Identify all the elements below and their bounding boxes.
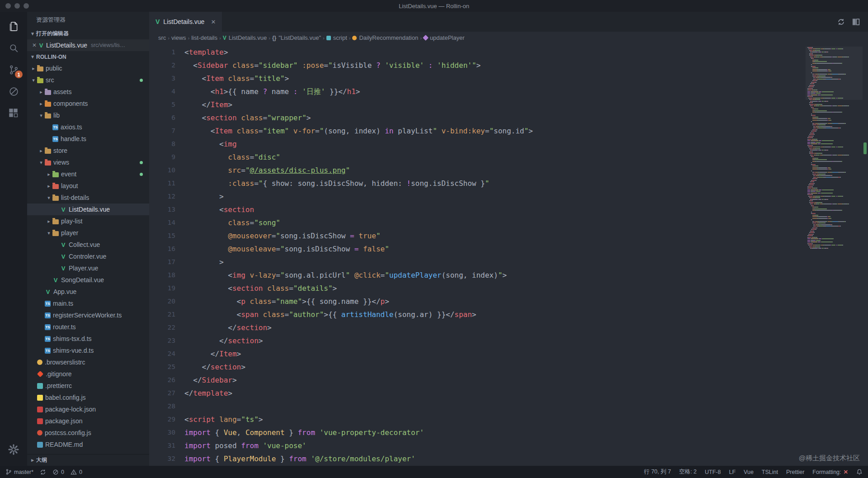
status-formatting[interactable]: Formatting:✕ bbox=[812, 469, 848, 475]
close-icon[interactable]: ✕ bbox=[31, 42, 38, 48]
code-line-31[interactable]: 31import posed from 'vue-pose' bbox=[149, 439, 805, 452]
search-icon[interactable] bbox=[2, 37, 25, 59]
tree-item-lib[interactable]: ▾lib bbox=[27, 109, 149, 121]
breadcrumb-item-2[interactable]: views bbox=[171, 34, 186, 41]
close-icon[interactable]: ✕ bbox=[211, 19, 216, 25]
overview-ruler[interactable] bbox=[862, 44, 868, 466]
tree-item-axios.ts[interactable]: TSaxios.ts bbox=[27, 121, 149, 133]
code-line-26[interactable]: 26 </Sidebar> bbox=[149, 374, 805, 387]
zoom-window-button[interactable] bbox=[24, 3, 29, 9]
tree-item-components[interactable]: ▸components bbox=[27, 98, 149, 109]
explorer-icon[interactable] bbox=[2, 15, 25, 37]
tree-item-README.md[interactable]: README.md bbox=[27, 439, 149, 450]
code-line-16[interactable]: 16 @mouseleave="song.isDiscShow = false" bbox=[149, 242, 805, 256]
code-line-12[interactable]: 12 > bbox=[149, 190, 805, 203]
problems-errors[interactable]: 0 bbox=[52, 469, 64, 475]
tree-item-public[interactable]: ▸public bbox=[27, 62, 149, 74]
status-encoding[interactable]: UTF-8 bbox=[705, 469, 721, 475]
outline-section[interactable]: ▸ 大纲 bbox=[27, 454, 149, 466]
status-tslint[interactable]: TSLint bbox=[762, 469, 778, 475]
code-line-10[interactable]: 10 src="@/assets/disc-plus.png" bbox=[149, 164, 805, 177]
code-line-24[interactable]: 24 </Item> bbox=[149, 347, 805, 360]
minimap[interactable] bbox=[807, 47, 861, 249]
project-root-header[interactable]: ▾ ROLLIN-ON bbox=[27, 51, 149, 62]
tree-item-registerServiceWorker.ts[interactable]: TSregisterServiceWorker.ts bbox=[27, 309, 149, 321]
tree-item-.gitignore[interactable]: .gitignore bbox=[27, 368, 149, 380]
code-line-15[interactable]: 15 @mouseover="song.isDiscShow = true" bbox=[149, 229, 805, 242]
tree-item-store[interactable]: ▸store bbox=[27, 145, 149, 156]
tree-item-list-details[interactable]: ▾list-details bbox=[27, 192, 149, 204]
open-editors-header[interactable]: ▾ 打开的编辑器 bbox=[27, 28, 149, 39]
status-language-mode[interactable]: Vue bbox=[744, 469, 754, 475]
minimize-window-button[interactable] bbox=[14, 3, 20, 9]
tree-item-ListDetails.vue[interactable]: VListDetails.vue bbox=[27, 204, 149, 215]
tree-item-event[interactable]: ▸event bbox=[27, 168, 149, 180]
code-line-19[interactable]: 19 <section class="details"> bbox=[149, 282, 805, 295]
tree-item-Player.vue[interactable]: VPlayer.vue bbox=[27, 262, 149, 274]
tree-item-babel.config.js[interactable]: babel.config.js bbox=[27, 392, 149, 403]
tab-listdetails[interactable]: V ListDetails.vue ✕ bbox=[149, 12, 222, 32]
code-line-14[interactable]: 14 class="song" bbox=[149, 216, 805, 229]
tree-item-handle.ts[interactable]: TShandle.ts bbox=[27, 133, 149, 145]
code-line-4[interactable]: 4 <h1>{{ name ? name : '日推' }}</h1> bbox=[149, 85, 805, 98]
breadcrumb-item-6[interactable]: script bbox=[326, 34, 347, 41]
source-control-icon[interactable]: 1 bbox=[2, 59, 25, 80]
tree-item-Controler.vue[interactable]: VControler.vue bbox=[27, 251, 149, 262]
tree-item-router.ts[interactable]: TSrouter.ts bbox=[27, 321, 149, 333]
code-line-20[interactable]: 20 <p class="name">{{ song.name }}</p> bbox=[149, 295, 805, 308]
breadcrumb-item-5[interactable]: {}"ListDetails.vue" bbox=[272, 34, 321, 41]
code-line-23[interactable]: 23 </section> bbox=[149, 334, 805, 347]
code-line-28[interactable]: 28 bbox=[149, 400, 805, 413]
git-branch-status[interactable]: master* bbox=[5, 469, 33, 475]
split-editor-icon[interactable] bbox=[852, 18, 860, 26]
code-line-27[interactable]: 27</template> bbox=[149, 387, 805, 400]
problems-warnings[interactable]: 0 bbox=[71, 469, 82, 475]
tree-item-main.ts[interactable]: TSmain.ts bbox=[27, 298, 149, 309]
code-line-3[interactable]: 3 <Item class="title"> bbox=[149, 72, 805, 85]
tree-item-layout[interactable]: ▸layout bbox=[27, 180, 149, 192]
extensions-icon[interactable] bbox=[2, 102, 25, 124]
sync-changes-icon[interactable] bbox=[837, 18, 845, 26]
code-line-22[interactable]: 22 </section> bbox=[149, 321, 805, 334]
open-editor-item[interactable]: ✕ V ListDetails.vue src/views/lis… bbox=[27, 39, 149, 51]
breadcrumb-item-7[interactable]: DailyRecommendation bbox=[352, 34, 418, 41]
tree-item-package.json[interactable]: package.json bbox=[27, 415, 149, 427]
breadcrumb-item-8[interactable]: updatePlayer bbox=[424, 34, 465, 41]
breadcrumb-item-4[interactable]: VListDetails.vue bbox=[223, 34, 267, 41]
tree-item-Collect.vue[interactable]: VCollect.vue bbox=[27, 239, 149, 251]
code-line-1[interactable]: 1<template> bbox=[149, 46, 805, 59]
tree-item-.browserslistrc[interactable]: .browserslistrc bbox=[27, 356, 149, 368]
tree-item-shims-vue.d.ts[interactable]: TSshims-vue.d.ts bbox=[27, 345, 149, 356]
code-line-7[interactable]: 7 <Item class="item" v-for="(song, index… bbox=[149, 124, 805, 137]
code-line-9[interactable]: 9 class="disc" bbox=[149, 151, 805, 164]
code-line-11[interactable]: 11 :class="{ show: song.isDiscShow, hidd… bbox=[149, 177, 805, 190]
code-line-17[interactable]: 17 > bbox=[149, 256, 805, 269]
code-line-30[interactable]: 30import { Vue, Component } from 'vue-pr… bbox=[149, 426, 805, 439]
debug-icon[interactable] bbox=[2, 80, 25, 102]
code-line-2[interactable]: 2 <Sidebar class="sidebar" :pose="isVisi… bbox=[149, 59, 805, 72]
code-line-13[interactable]: 13 <section bbox=[149, 203, 805, 216]
sync-status[interactable] bbox=[40, 469, 46, 475]
tree-item-.prettierrc[interactable]: .prettierrc bbox=[27, 380, 149, 392]
code-line-18[interactable]: 18 <img v-lazy="song.al.picUrl" @click="… bbox=[149, 269, 805, 282]
status-prettier[interactable]: Prettier bbox=[786, 469, 804, 475]
notifications-bell[interactable] bbox=[856, 469, 863, 475]
tree-item-App.vue[interactable]: VApp.vue bbox=[27, 286, 149, 298]
code-line-8[interactable]: 8 <img bbox=[149, 137, 805, 151]
code-line-5[interactable]: 5 </Item> bbox=[149, 98, 805, 111]
code-line-6[interactable]: 6 <section class="wrapper"> bbox=[149, 111, 805, 124]
tree-item-package-lock.json[interactable]: package-lock.json bbox=[27, 403, 149, 415]
tree-item-views[interactable]: ▾views bbox=[27, 156, 149, 168]
tree-item-postcss.config.js[interactable]: postcss.config.js bbox=[27, 427, 149, 439]
gear-icon[interactable] bbox=[2, 439, 25, 460]
status-cursor-position[interactable]: 行 70, 列 7 bbox=[644, 468, 671, 476]
breadcrumb-item-1[interactable]: src bbox=[158, 34, 166, 41]
tree-item-shims-tsx.d.ts[interactable]: TSshims-tsx.d.ts bbox=[27, 333, 149, 345]
code-line-21[interactable]: 21 <span class="author">{{ artistHandle(… bbox=[149, 308, 805, 321]
code-line-33[interactable]: 33 bbox=[149, 465, 805, 466]
code-line-25[interactable]: 25 </section> bbox=[149, 360, 805, 374]
code-editor[interactable]: 1<template>2 <Sidebar class="sidebar" :p… bbox=[149, 44, 868, 466]
tree-item-src[interactable]: ▾src bbox=[27, 74, 149, 86]
tree-item-play-list[interactable]: ▸play-list bbox=[27, 215, 149, 227]
code-line-29[interactable]: 29<script lang="ts"> bbox=[149, 413, 805, 426]
